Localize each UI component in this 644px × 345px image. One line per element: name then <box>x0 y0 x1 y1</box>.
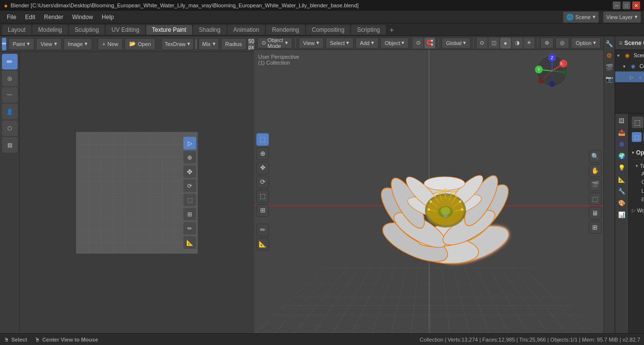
overlay-button[interactable]: ⊚ <box>540 38 554 48</box>
radius-input[interactable]: 50 px <box>248 38 254 50</box>
proportional-edit-icon[interactable]: ⊙ <box>413 38 423 48</box>
zoom-camera-icon[interactable]: 🔍 <box>589 150 601 162</box>
active-tool-icon[interactable]: 🔧 <box>604 38 615 49</box>
nav-select-icon[interactable]: ▷ <box>183 137 196 149</box>
tab-sculpting[interactable]: Sculpting <box>69 25 105 35</box>
add-workspace-button[interactable]: + <box>387 25 397 35</box>
tab-modeling[interactable]: Modeling <box>32 25 68 35</box>
data-props-icon[interactable]: 📊 <box>616 209 627 220</box>
new-button[interactable]: + New <box>98 38 122 50</box>
tool-smear[interactable]: 〰 <box>2 87 18 103</box>
tab-compositing[interactable]: Compositing <box>306 25 351 35</box>
open-button[interactable]: 📂 Open <box>125 38 155 50</box>
options-section-header[interactable]: ▾ Options <box>632 146 644 160</box>
close-button[interactable]: ✕ <box>632 1 640 9</box>
select-box-tool[interactable]: ⬚ <box>256 133 269 146</box>
tool-soften[interactable]: ◎ <box>2 70 18 86</box>
scene-props-icon[interactable]: 🌍 <box>616 151 627 161</box>
mode-selector[interactable]: ⊙ Object Mode ▾ <box>257 38 292 48</box>
color-swatch[interactable] <box>196 39 197 49</box>
options-button[interactable]: Option ▾ <box>571 38 600 48</box>
maximize-button[interactable]: □ <box>622 1 630 9</box>
add-menu[interactable]: Add ▾ <box>355 38 378 48</box>
outliner-row-scene-collection[interactable]: ▾ ◉ Scene Collection 👁 <box>615 50 644 61</box>
display-icon[interactable]: 🖥 <box>589 207 601 219</box>
menu-edit[interactable]: Edit <box>21 13 39 22</box>
active-tool-props-icon[interactable]: ⚙ <box>616 139 627 150</box>
camera-icon[interactable]: 🎬 <box>589 178 601 191</box>
modifier-props-icon[interactable]: 🔧 <box>616 186 627 197</box>
nav-scale-icon[interactable]: ⬚ <box>183 193 196 206</box>
tool-fill[interactable]: ⬡ <box>2 120 18 136</box>
brush-selector[interactable]: TexDraw ▾ <box>161 38 194 50</box>
workspace-arrow-icon: ▷ <box>632 208 635 213</box>
paint-menu[interactable]: Paint ▾ <box>8 38 34 50</box>
tab-rendering[interactable]: Rendering <box>266 25 305 35</box>
move-tool[interactable]: ✥ <box>256 161 269 174</box>
transform-orient-selector[interactable]: Global ▾ <box>442 38 470 48</box>
nav-zoom-icon[interactable]: ⊕ <box>183 151 196 163</box>
wireframe-icon[interactable]: ◫ <box>489 38 499 48</box>
cursor-tool[interactable]: ⊕ <box>256 147 269 160</box>
object-menu[interactable]: Object ▾ <box>380 38 409 48</box>
tool-workspace-icon[interactable]: ⚙ <box>604 50 615 61</box>
transform-tool[interactable]: ⊞ <box>256 204 269 217</box>
side-panel-toggle[interactable]: ⊞ <box>589 221 601 233</box>
nav-annotation-icon[interactable]: ✏ <box>183 222 196 234</box>
output-props-icon[interactable]: 📤 <box>616 127 627 138</box>
menu-help[interactable]: Help <box>98 13 118 22</box>
tab-shading[interactable]: Shading <box>193 25 226 35</box>
render-props-icon[interactable]: 🖼 <box>616 115 627 126</box>
menu-render[interactable]: Render <box>40 13 67 22</box>
tab-animation[interactable]: Animation <box>227 25 265 35</box>
outliner-row-collection[interactable]: ▾ ◉ Collection 👁 <box>615 61 644 71</box>
material-props-icon[interactable]: 🎨 <box>616 198 627 208</box>
tab-texture-paint[interactable]: Texture Paint <box>146 25 192 35</box>
menu-file[interactable]: File <box>3 13 20 22</box>
render-region-icon[interactable]: ⬚ <box>589 192 601 205</box>
workspace-section-header[interactable]: ▷ Workspace <box>632 206 644 215</box>
world-props-icon[interactable]: 💡 <box>616 162 627 173</box>
nav-move-icon[interactable]: ✥ <box>183 165 196 178</box>
nav-measure-icon[interactable]: 📐 <box>183 236 196 249</box>
snap-icon[interactable]: 🧲 <box>424 38 435 48</box>
xray-button[interactable]: ◎ <box>555 38 569 48</box>
measure-tool[interactable]: 📐 <box>256 238 269 251</box>
tab-scripting[interactable]: Scripting <box>351 25 386 35</box>
tool-clone[interactable]: 👤 <box>2 104 18 119</box>
view-menu[interactable]: View ▾ <box>299 38 324 48</box>
scene-selector[interactable]: 🌐 Scene ▾ <box>563 11 599 23</box>
rotate-tool[interactable]: ⟳ <box>256 176 269 188</box>
tool-mask[interactable]: ▨ <box>2 137 18 153</box>
paint-mode-icon[interactable]: ✏ <box>2 38 6 50</box>
material-icon[interactable]: ◑ <box>512 38 523 48</box>
blend-mode-selector[interactable]: Mix ▾ <box>199 38 219 50</box>
scale-tool[interactable]: ⬚ <box>256 190 269 203</box>
annotate-tool[interactable]: ✏ <box>256 224 269 236</box>
navigation-gizmo[interactable]: X Z Y <box>535 54 569 88</box>
tab-uv-editing[interactable]: UV Editing <box>106 25 145 35</box>
scene-icon[interactable]: 🎬 <box>604 62 615 72</box>
nav-transform-icon[interactable]: ⊞ <box>183 207 196 220</box>
image-menu[interactable]: Image ▾ <box>64 38 92 50</box>
tab-layout[interactable]: Layout <box>2 25 31 35</box>
outliner-row-object[interactable]: ▷ ▲ Blooming_European_Whi 👁 <box>615 71 644 82</box>
solid-icon[interactable]: ● <box>500 38 511 48</box>
minimize-button[interactable]: ─ <box>613 1 621 9</box>
pan-icon[interactable]: ✋ <box>589 164 601 177</box>
rendered-icon[interactable]: ☀ <box>524 38 534 48</box>
tool-icon-row: ⬚ ⊕ ◻ ◯ <box>632 132 644 142</box>
tool-draw[interactable]: ✏ <box>2 54 18 69</box>
nav-rotate-icon[interactable]: ⟳ <box>183 179 196 192</box>
menu-window[interactable]: Window <box>68 13 97 22</box>
object-props-icon[interactable]: 📐 <box>616 174 627 185</box>
select-menu[interactable]: Select ▾ <box>326 38 354 48</box>
view-icon[interactable]: 📷 <box>604 73 615 84</box>
box-select-mode-icon[interactable]: ⬚ <box>632 132 642 142</box>
view-menu[interactable]: View ▾ <box>36 38 62 50</box>
show-pivot-icon[interactable]: ⊙ <box>477 38 488 48</box>
transform-subsection-header[interactable]: ▾ Transform <box>632 162 644 170</box>
view-layer-selector[interactable]: View Layer ▾ <box>603 11 641 23</box>
texture-canvas[interactable] <box>76 132 198 254</box>
3d-viewport-body[interactable]: User Perspective (1) Collection <box>254 50 603 333</box>
